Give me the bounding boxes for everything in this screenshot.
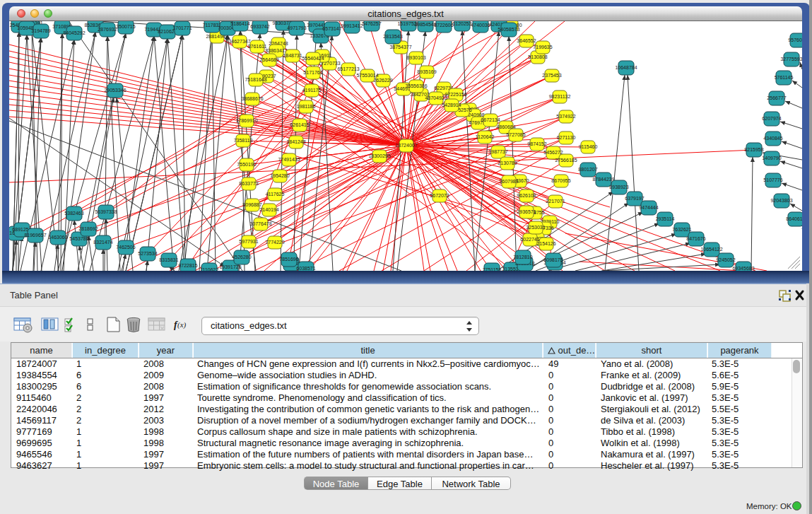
svg-text:9115460: 9115460 <box>579 144 598 149</box>
svg-text:5107776: 5107776 <box>763 177 782 182</box>
svg-text:6933742: 6933742 <box>250 24 269 29</box>
svg-text:9722815: 9722815 <box>178 263 197 268</box>
svg-text:6573147: 6573147 <box>322 26 341 31</box>
svg-text:27566185: 27566185 <box>555 158 577 163</box>
svg-text:8938923: 8938923 <box>609 185 628 189</box>
svg-text:1463060: 1463060 <box>48 235 67 240</box>
svg-text:5977931: 5977931 <box>239 239 258 244</box>
svg-text:81969657: 81969657 <box>24 233 46 238</box>
svg-text:38754377: 38754377 <box>389 45 411 49</box>
svg-text:7358113: 7358113 <box>234 138 253 143</box>
svg-text:6207974: 6207974 <box>762 116 781 121</box>
svg-text:43704923: 43704923 <box>425 95 447 100</box>
svg-text:84045292: 84045292 <box>63 30 85 35</box>
svg-text:98231132: 98231132 <box>549 94 571 99</box>
svg-text:7751158: 7751158 <box>483 267 502 271</box>
svg-text:4971793: 4971793 <box>287 25 306 30</box>
svg-text:3194789: 3194789 <box>31 28 50 33</box>
svg-text:(x): (x) <box>177 320 187 329</box>
svg-text:2935114: 2935114 <box>656 216 675 221</box>
svg-text:9245052: 9245052 <box>716 257 735 262</box>
svg-text:6261415: 6261415 <box>290 122 309 127</box>
svg-text:18724007: 18724007 <box>395 143 417 148</box>
svg-text:8321474: 8321474 <box>93 240 112 245</box>
svg-text:1848731: 1848731 <box>283 53 302 58</box>
svg-text:38688676: 38688676 <box>241 96 263 101</box>
svg-text:2154126: 2154126 <box>536 241 555 246</box>
svg-text:75181648: 75181648 <box>245 77 266 82</box>
svg-text:7812810: 7812810 <box>513 255 532 259</box>
svg-text:8670955: 8670955 <box>551 178 570 183</box>
svg-text:1701771: 1701771 <box>172 25 192 30</box>
svg-text:8930103: 8930103 <box>406 55 425 60</box>
svg-text:5453786: 5453786 <box>69 236 88 241</box>
svg-text:5382463: 5382463 <box>64 211 83 216</box>
svg-text:10654122: 10654122 <box>700 247 722 252</box>
svg-text:29053346: 29053346 <box>104 88 126 93</box>
svg-text:2566777: 2566777 <box>767 95 786 100</box>
svg-text:2140194: 2140194 <box>259 207 278 212</box>
svg-text:7632621: 7632621 <box>672 227 691 232</box>
svg-text:7110622: 7110622 <box>200 267 219 271</box>
svg-text:83863413: 83863413 <box>265 48 287 53</box>
svg-text:2375453: 2375453 <box>542 73 561 78</box>
svg-text:7851696: 7851696 <box>279 257 298 262</box>
svg-text:4191175: 4191175 <box>302 88 322 93</box>
svg-text:5186414: 5186414 <box>230 21 249 26</box>
svg-text:7199635: 7199635 <box>533 45 552 49</box>
svg-text:2564689: 2564689 <box>259 57 278 62</box>
svg-text:5456272: 5456272 <box>543 150 563 155</box>
svg-text:10648784: 10648784 <box>615 65 637 70</box>
svg-text:39854548: 39854548 <box>414 22 436 27</box>
svg-text:5727085: 5727085 <box>506 132 525 137</box>
svg-text:34627347: 34627347 <box>228 39 250 44</box>
svg-text:8633773: 8633773 <box>239 181 258 186</box>
svg-text:4117625: 4117625 <box>266 192 285 197</box>
svg-text:5273534: 5273534 <box>138 251 157 256</box>
svg-text:18300295: 18300295 <box>368 153 390 158</box>
svg-text:3646552: 3646552 <box>517 38 536 43</box>
svg-text:2813543: 2813543 <box>383 34 402 39</box>
svg-text:7774229: 7774229 <box>265 240 284 245</box>
svg-text:56397338: 56397338 <box>95 209 117 214</box>
svg-text:5476257: 5476257 <box>362 21 381 26</box>
svg-text:5761145: 5761145 <box>775 75 794 80</box>
svg-text:8722606: 8722606 <box>434 23 453 28</box>
svg-text:5374922: 5374922 <box>556 114 575 119</box>
svg-text:8935169: 8935169 <box>417 69 436 74</box>
svg-text:5171761: 5171761 <box>303 70 322 75</box>
svg-text:55540424: 55540424 <box>302 56 324 61</box>
svg-text:3607983: 3607983 <box>499 179 518 184</box>
svg-text:19391725: 19391725 <box>219 264 241 269</box>
svg-text:5428914: 5428914 <box>442 103 461 107</box>
svg-text:35556386: 35556386 <box>405 83 427 88</box>
svg-text:3500715: 3500715 <box>116 24 135 29</box>
svg-text:1120642: 1120642 <box>476 134 495 139</box>
svg-text:1409790: 1409790 <box>762 156 781 160</box>
svg-text:2818692: 2818692 <box>78 226 98 231</box>
svg-text:54058573: 54058573 <box>498 27 519 32</box>
svg-text:97225156: 97225156 <box>445 92 466 97</box>
svg-text:7462506: 7462506 <box>116 245 135 250</box>
svg-text:6022741: 6022741 <box>520 237 539 242</box>
svg-text:4740036: 4740036 <box>471 23 490 28</box>
svg-text:1954280: 1954280 <box>270 173 289 178</box>
svg-text:6038571: 6038571 <box>296 266 315 271</box>
svg-text:8096887: 8096887 <box>242 202 261 207</box>
svg-text:65177213: 65177213 <box>337 66 359 71</box>
svg-text:8215958: 8215958 <box>744 147 763 152</box>
svg-text:57553014: 57553014 <box>356 73 378 78</box>
svg-text:32775593: 32775593 <box>780 57 802 62</box>
svg-text:9874152: 9874152 <box>527 141 546 146</box>
svg-text:2876932: 2876932 <box>98 27 117 32</box>
svg-text:8801207: 8801207 <box>578 167 597 172</box>
svg-text:8315831: 8315831 <box>159 257 178 262</box>
svg-text:6120253: 6120253 <box>452 21 471 26</box>
svg-text:2936571: 2936571 <box>517 209 536 214</box>
svg-text:8761611: 8761611 <box>248 44 267 49</box>
svg-text:5672073: 5672073 <box>430 193 449 198</box>
svg-text:99913412: 99913412 <box>341 23 363 28</box>
svg-text:3253031: 3253031 <box>526 225 545 230</box>
svg-text:8471676: 8471676 <box>686 236 705 241</box>
svg-text:9474444: 9474444 <box>639 205 658 210</box>
